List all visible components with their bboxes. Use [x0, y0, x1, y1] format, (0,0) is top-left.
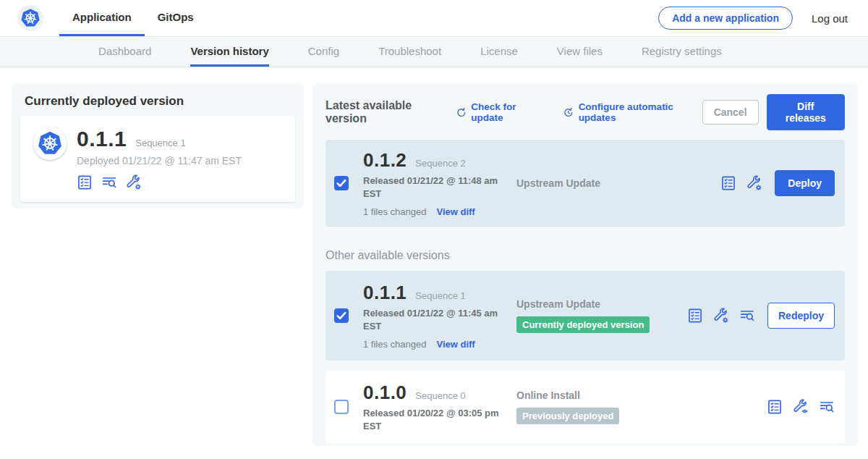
subnav-troubleshoot[interactable]: Troubleshoot — [378, 37, 441, 67]
subnav-view-files[interactable]: View files — [557, 37, 603, 67]
currently-deployed-badge: Currently deployed version — [516, 316, 650, 333]
checkmark-icon — [334, 176, 349, 190]
deployed-action-icons — [77, 174, 242, 190]
released-timestamp: Released 01/21/22 @ 11:48 am EST — [363, 174, 511, 200]
cancel-button[interactable]: Cancel — [702, 100, 759, 125]
view-logs-icon[interactable] — [101, 174, 117, 190]
view-diff-link[interactable]: View diff — [436, 206, 475, 217]
tab-application-label: Application — [72, 11, 132, 23]
version-source: Upstream Update Currently deployed versi… — [516, 298, 687, 333]
configure-updates-link[interactable]: Configure automatic updates — [563, 101, 702, 123]
config-gear-icon[interactable] — [746, 175, 762, 191]
deployed-version-number: 0.1.1 — [77, 127, 127, 151]
checkmark-icon — [334, 308, 349, 323]
sequence-label: Sequence 1 — [415, 290, 465, 301]
configure-updates-label: Configure automatic updates — [579, 101, 702, 123]
available-versions-panel: Latest available version Check for updat… — [312, 83, 858, 446]
source-label: Upstream Update — [516, 298, 687, 310]
released-timestamp: Released 01/20/22 @ 03:05 pm EST — [363, 407, 511, 432]
version-row-0-1-0: 0.1.0 Sequence 0 Released 01/20/22 @ 03:… — [326, 371, 845, 443]
version-action-icons — [767, 399, 835, 415]
version-action-icons — [720, 175, 762, 191]
config-view-icon[interactable] — [793, 399, 809, 415]
app-subnav: Dashboard Version history Config Trouble… — [0, 36, 868, 67]
deployed-version-details: 0.1.1 Sequence 1 Deployed 01/21/22 @ 11:… — [77, 127, 242, 190]
top-header: Application GitOps Add a new application… — [0, 0, 868, 36]
check-for-update-label: Check for update — [471, 101, 544, 123]
add-application-button[interactable]: Add a new application — [658, 7, 793, 30]
diff-releases-button[interactable]: Diff releases — [767, 94, 845, 130]
released-timestamp: Released 01/21/22 @ 11:45 am EST — [363, 307, 511, 332]
logout-link[interactable]: Log out — [812, 12, 848, 25]
version-checkbox[interactable] — [334, 400, 349, 414]
tab-gitops[interactable]: GitOps — [145, 0, 207, 36]
preflight-checks-icon[interactable] — [687, 308, 703, 324]
header-right: Add a new application Log out — [658, 0, 868, 36]
version-info: 0.1.1 Sequence 1 Released 01/21/22 @ 11:… — [363, 282, 516, 349]
version-number: 0.1.2 — [363, 149, 407, 172]
version-checkbox[interactable] — [334, 308, 349, 323]
subnav-version-history[interactable]: Version history — [190, 37, 268, 67]
view-logs-icon[interactable] — [739, 308, 755, 324]
version-info: 0.1.0 Sequence 0 Released 01/20/22 @ 03:… — [363, 382, 516, 432]
latest-available-title: Latest available version — [326, 99, 446, 125]
currently-deployed-title: Currently deployed version — [12, 83, 304, 116]
version-row-0-1-2: 0.1.2 Sequence 2 Released 01/21/22 @ 11:… — [326, 140, 845, 227]
available-versions-header: Latest available version Check for updat… — [326, 94, 845, 130]
version-source: Online Install Previously deployed — [516, 389, 767, 424]
version-action-icons — [687, 308, 755, 324]
redeploy-button[interactable]: Redeploy — [767, 303, 835, 329]
view-diff-link[interactable]: View diff — [436, 339, 475, 350]
deployed-timestamp: Deployed 01/21/22 @ 11:47 am EST — [77, 155, 242, 167]
source-label: Online Install — [516, 389, 767, 401]
auto-update-clock-icon — [563, 106, 574, 119]
subnav-registry-settings[interactable]: Registry settings — [642, 37, 722, 67]
sequence-label: Sequence 2 — [415, 158, 465, 169]
files-changed-label: 1 files changed — [363, 206, 426, 217]
version-checkbox[interactable] — [334, 176, 349, 190]
source-label: Upstream Update — [516, 177, 720, 189]
deployed-sequence-label: Sequence 1 — [135, 138, 185, 148]
previously-deployed-badge: Previously deployed — [516, 408, 619, 424]
app-brand — [17, 0, 43, 36]
currently-deployed-panel: Currently deployed version 0.1.1 Sequenc… — [12, 83, 304, 209]
version-row-0-1-1: 0.1.1 Sequence 1 Released 01/21/22 @ 11:… — [326, 271, 845, 361]
config-gear-icon[interactable] — [713, 308, 729, 324]
version-number: 0.1.1 — [363, 282, 407, 304]
view-logs-icon[interactable] — [819, 399, 835, 415]
other-versions-title: Other available versions — [326, 249, 845, 262]
deploy-button[interactable]: Deploy — [775, 170, 835, 196]
files-changed-label: 1 files changed — [363, 339, 426, 350]
subnav-license[interactable]: License — [480, 37, 518, 67]
config-gear-icon[interactable] — [126, 174, 142, 190]
version-number: 0.1.0 — [363, 382, 407, 404]
check-for-update-link[interactable]: Check for update — [456, 101, 544, 123]
version-source: Upstream Update — [516, 177, 720, 189]
refresh-icon — [456, 106, 467, 119]
kubernetes-logo-icon — [17, 5, 43, 31]
preflight-checks-icon[interactable] — [77, 174, 93, 190]
top-nav-tabs: Application GitOps — [59, 0, 207, 36]
version-info: 0.1.2 Sequence 2 Released 01/21/22 @ 11:… — [363, 149, 516, 216]
deployed-version-card: 0.1.1 Sequence 1 Deployed 01/21/22 @ 11:… — [20, 116, 295, 202]
preflight-checks-icon[interactable] — [720, 175, 736, 191]
sequence-label: Sequence 0 — [415, 390, 465, 401]
preflight-checks-icon[interactable] — [767, 399, 783, 415]
subnav-config[interactable]: Config — [308, 37, 339, 67]
kubernetes-app-icon — [33, 127, 67, 160]
tab-application[interactable]: Application — [59, 0, 145, 36]
tab-gitops-label: GitOps — [158, 11, 194, 23]
subnav-dashboard[interactable]: Dashboard — [98, 37, 151, 67]
